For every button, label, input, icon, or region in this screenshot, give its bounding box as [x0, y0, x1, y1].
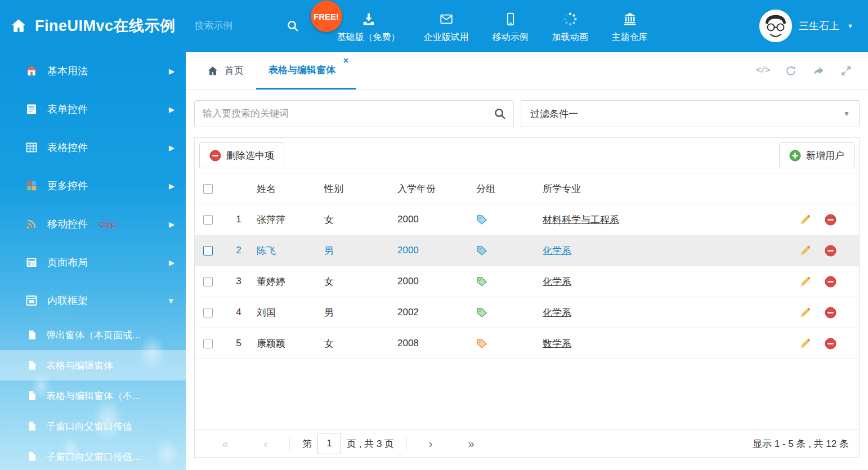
row-checkbox[interactable]	[203, 339, 213, 348]
sidebar-subitem-child-to-parent-2[interactable]: 子窗口向父窗口传值...	[0, 441, 186, 470]
search-icon[interactable]	[286, 19, 299, 33]
row-checkbox[interactable]	[203, 277, 213, 287]
sidebar-subitem-label: 子窗口向父窗口传值...	[46, 450, 140, 463]
major-link[interactable]: 化学系	[543, 245, 571, 256]
major-link[interactable]: 化学系	[543, 276, 571, 287]
add-user-button[interactable]: 新增用户	[779, 142, 854, 168]
nav-basic-edition[interactable]: FREE! 基础版（免费）	[325, 0, 412, 43]
table-row[interactable]: 1 张萍萍 女 2000 材料科学与工程系	[195, 204, 859, 235]
open-new-window-icon[interactable]	[812, 65, 825, 77]
sidebar-item-basic-usage[interactable]: 基本用法 ▶	[0, 52, 186, 90]
edit-pencil-icon[interactable]	[799, 245, 811, 257]
user-menu[interactable]: 三生石上 ▼	[759, 10, 868, 42]
prev-page-button[interactable]: ‹	[245, 437, 286, 450]
row-actions	[796, 245, 859, 257]
delete-selected-button[interactable]: 删除选中项	[199, 142, 284, 168]
keyword-search-input[interactable]	[194, 100, 514, 127]
header-search-input[interactable]	[195, 20, 280, 32]
source-code-icon[interactable]: </>	[756, 66, 769, 75]
nav-theme-repository[interactable]: 主题仓库	[600, 0, 660, 43]
sidebar-subitem-child-to-parent[interactable]: 子窗口向父窗口传值	[0, 411, 186, 441]
nav-loading-animation[interactable]: 加载动画	[540, 0, 600, 43]
first-page-button[interactable]: «	[205, 437, 245, 450]
sidebar-item-table-controls[interactable]: 表格控件 ▶	[0, 128, 186, 167]
sidebar-item-mobile-controls[interactable]: 移动控件 Corp. ▶	[0, 205, 186, 243]
record-summary: 显示 1 - 5 条 , 共 12 条	[753, 437, 849, 450]
table-row[interactable]: 3 董婷婷 女 2000 化学系	[195, 266, 859, 297]
table-row[interactable]: 4 刘国 男 2002 化学系	[195, 297, 859, 328]
sidebar: 基本用法 ▶ 表单控件 ▶ 表格控件 ▶ 更多控件 ▶ 移动控件 Cor	[0, 52, 186, 470]
sidebar-item-inline-frame[interactable]: 内联框架 ▼	[0, 281, 186, 320]
edit-pencil-icon[interactable]	[799, 276, 811, 288]
signal-icon	[25, 218, 38, 230]
major-link[interactable]: 数学系	[543, 338, 571, 349]
row-name: 陈飞	[253, 244, 321, 257]
blocks-icon	[25, 180, 38, 192]
filter-dropdown[interactable]: 过滤条件一 ▼	[521, 100, 860, 127]
sidebar-item-page-layout[interactable]: 页面布局 ▶	[0, 243, 186, 281]
keyword-search	[194, 100, 514, 127]
select-all-cell	[195, 184, 221, 194]
row-checkbox[interactable]	[203, 308, 213, 317]
sidebar-item-label: 表格控件	[47, 141, 88, 154]
tab-content: 过滤条件一 ▼ 删除选中项 新增用户	[186, 90, 868, 470]
table-row[interactable]: 5 康颖颖 女 2008 数学系	[195, 328, 859, 359]
column-header-year: 入学年份	[394, 182, 473, 195]
major-link[interactable]: 化学系	[543, 307, 571, 318]
delete-row-icon[interactable]	[825, 307, 836, 319]
refresh-icon[interactable]	[785, 65, 797, 77]
row-year: 2008	[394, 338, 473, 349]
sidebar-subitem-label: 表格与编辑窗体（不...	[46, 390, 140, 402]
nav-enterprise-trial[interactable]: 企业版试用	[412, 0, 481, 43]
row-year: 2000	[394, 214, 473, 225]
edit-pencil-icon[interactable]	[799, 307, 811, 319]
page-number-input[interactable]	[317, 433, 341, 454]
select-all-checkbox[interactable]	[203, 184, 213, 194]
filter-row: 过滤条件一 ▼	[194, 100, 860, 127]
delete-row-icon[interactable]	[825, 276, 836, 288]
row-checkbox[interactable]	[203, 215, 213, 225]
last-page-button[interactable]: »	[451, 437, 491, 450]
fullscreen-icon[interactable]	[840, 65, 852, 77]
delete-row-icon[interactable]	[825, 338, 836, 350]
major-link[interactable]: 材料科学与工程系	[543, 214, 619, 225]
tab-tools: </>	[756, 52, 868, 89]
edit-pencil-icon[interactable]	[799, 338, 811, 350]
row-major: 材料科学与工程系	[539, 213, 796, 226]
row-check-cell	[195, 246, 221, 256]
column-header-name: 姓名	[253, 182, 321, 195]
download-icon	[361, 11, 376, 27]
nav-label: 移动示例	[493, 32, 529, 43]
nav-mobile-demo[interactable]: 移动示例	[481, 0, 540, 43]
close-icon[interactable]: ×	[343, 56, 348, 65]
edit-pencil-icon[interactable]	[799, 214, 811, 226]
search-icon[interactable]	[493, 107, 507, 120]
next-page-button[interactable]: ›	[410, 437, 451, 450]
tag-icon	[476, 307, 487, 318]
brand[interactable]: FineUIMvc在线示例	[0, 16, 176, 36]
sidebar-subitem-popup-window[interactable]: 弹出窗体（本页面或...	[0, 320, 186, 350]
tab-grid-edit-window[interactable]: 表格与编辑窗体 ×	[256, 52, 356, 89]
row-checkbox[interactable]	[203, 246, 213, 256]
add-user-label: 新增用户	[806, 149, 844, 162]
delete-row-icon[interactable]	[825, 245, 836, 257]
tag-icon	[476, 338, 487, 349]
filter-dropdown-value: 过滤条件一	[530, 108, 578, 120]
file-icon	[26, 451, 38, 462]
row-name: 刘国	[253, 306, 321, 319]
sidebar-item-more-controls[interactable]: 更多控件 ▶	[0, 167, 186, 205]
nav-label: 企业版试用	[424, 32, 469, 43]
row-actions	[796, 276, 859, 288]
sidebar-subitem-label: 表格与编辑窗体	[46, 359, 113, 372]
tab-home[interactable]: 首页	[195, 52, 256, 89]
minus-circle-icon	[209, 150, 221, 162]
sidebar-subitem-grid-edit-window-2[interactable]: 表格与编辑窗体（不...	[0, 381, 186, 411]
delete-row-icon[interactable]	[825, 214, 836, 226]
row-major: 化学系	[539, 244, 796, 257]
plus-circle-icon	[789, 150, 801, 162]
sidebar-item-form-controls[interactable]: 表单控件 ▶	[0, 90, 186, 128]
mobile-icon	[503, 11, 518, 27]
row-index: 1	[221, 214, 253, 225]
sidebar-subitem-grid-edit-window[interactable]: 表格与编辑窗体	[0, 350, 186, 381]
table-row-selected[interactable]: 2 陈飞 男 2000 化学系	[195, 235, 859, 266]
